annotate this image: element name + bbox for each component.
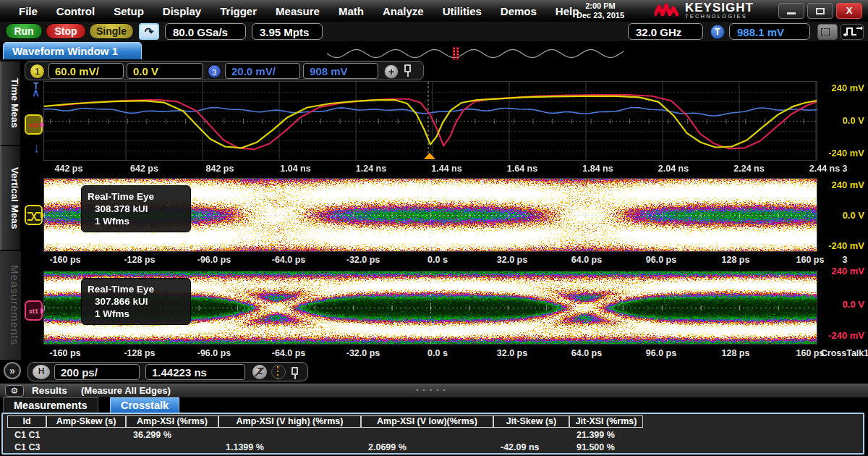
scope-trace-plot[interactable] <box>43 81 817 161</box>
eye1-ymax: 240 mV <box>820 180 864 190</box>
table-cell[interactable]: C1 C3 <box>7 442 46 454</box>
x-tick-label: 1.44 ns <box>431 164 461 174</box>
channel-3-badge[interactable]: 3 <box>208 64 221 78</box>
top-plot-ymin: -240 mV <box>820 148 864 159</box>
autoscale-icon[interactable] <box>841 24 864 40</box>
x-tick-label: 2.24 ns <box>733 164 764 174</box>
x-tick-label: -32.0 ps <box>346 255 380 265</box>
memory-depth-field[interactable]: 3.95 Mpts <box>252 23 323 40</box>
x-tick-label: 32.0 ps <box>497 348 527 358</box>
channel-3-offset-field[interactable]: 908 mV <box>303 63 378 79</box>
horizontal-badge[interactable]: H <box>33 365 50 379</box>
x-tick-label: 442 ps <box>55 164 83 174</box>
clock: 2:00 PM Dec 23, 2015 <box>561 1 640 20</box>
table-cell[interactable]: 1.1399 % <box>218 442 361 454</box>
table-cell[interactable]: 91.500 % <box>569 442 643 454</box>
x-tick-label: 160 ps <box>796 348 825 358</box>
clock-date: Dec 23, 2015 <box>561 11 640 20</box>
timebase-scale-field[interactable]: 200 ps/ <box>54 364 140 380</box>
sample-rate-field[interactable]: 80.0 GSa/s <box>165 23 246 40</box>
tab-crosstalk[interactable]: Crosstalk <box>110 397 179 413</box>
eye2-x-axis: -160 ps-128 ps-96.0 ps-64.0 ps-32.0 ps0.… <box>0 348 868 363</box>
table-cell[interactable]: C1 C1 <box>7 430 46 442</box>
x-tick-label: -160 ps <box>49 255 80 265</box>
table-header-6: Jit-XSI (%rms) <box>569 415 643 428</box>
tab-waveform-window-1[interactable]: Waveform Window 1 <box>3 42 142 59</box>
top-plot-ymax: 240 mV <box>820 83 864 93</box>
table-cell[interactable]: 36.299 % <box>126 430 218 442</box>
acquisition-toolbar: Run Stop Single ↷ 80.0 GSa/s 3.95 Mpts 3… <box>0 22 868 41</box>
eye1-ymin: -240 mV <box>820 240 864 251</box>
x-tick-label: 96.0 ps <box>646 255 676 265</box>
channel-1-offset-field[interactable]: 0.0 V <box>127 63 203 79</box>
x-tick-label: -96.0 ps <box>197 255 231 265</box>
menu-item-file[interactable]: File <box>19 5 38 17</box>
stop-button[interactable]: Stop <box>46 23 86 39</box>
trigger-position-marker[interactable] <box>424 153 435 159</box>
close-icon: X <box>846 5 853 16</box>
menu-item-control[interactable]: Control <box>56 5 95 17</box>
table-cell[interactable]: -42.09 ns <box>493 442 569 454</box>
results-subtitle: (Measure All Edges) <box>81 385 171 396</box>
top-plot-ymid: 0.0 V <box>820 115 864 126</box>
x-tick-label: 1.84 ns <box>582 164 613 174</box>
brand-text: KEYSIGHT TECHNOLOGIES <box>685 2 754 20</box>
x-tick-label: -160 ps <box>49 348 80 358</box>
menu-item-math[interactable]: Math <box>339 5 364 17</box>
display-grid-icon[interactable] <box>817 24 838 40</box>
menu-item-utilities[interactable]: Utilities <box>443 5 482 17</box>
maximize-icon <box>816 8 825 14</box>
title-bar: FileControlSetupDisplayTriggerMeasureMat… <box>0 0 868 22</box>
keysight-spark-icon <box>655 3 679 19</box>
table-header-0: Id <box>7 415 46 428</box>
x-tick-label: -32.0 ps <box>346 348 380 358</box>
close-button[interactable]: X <box>836 3 862 19</box>
menu-item-analyze[interactable]: Analyze <box>383 5 424 17</box>
trigger-chevron-icon: ∧ <box>32 86 40 99</box>
eye2-readout: Real-Time Eye 307.866 kUI 1 Wfms <box>81 278 191 325</box>
menu-item-display[interactable]: Display <box>163 5 201 17</box>
channel-3-scale-field[interactable]: 20.0 mV/ <box>225 63 300 79</box>
sidebar-expand-button[interactable]: » <box>4 362 21 379</box>
dotted-grid-icon[interactable] <box>271 365 286 379</box>
eye1-x-axis: -160 ps-128 ps-96.0 ps-64.0 ps-32.0 ps0.… <box>0 255 868 269</box>
x-tick-label: 1.04 ns <box>280 164 310 174</box>
menu-item-trigger[interactable]: Trigger <box>220 5 257 17</box>
menu-item-demos[interactable]: Demos <box>501 5 537 17</box>
bandwidth-field[interactable]: 32.0 GHz <box>628 23 703 40</box>
zoom-disabled-icon[interactable]: Z <box>252 365 267 379</box>
channel-controls: 1 60.0 mV/ 0.0 V 3 20.0 mV/ 908 mV + <box>25 61 424 80</box>
gear-icon[interactable]: ⚙ <box>5 385 24 397</box>
scope-trace-canvas[interactable] <box>44 82 817 160</box>
pin-icon[interactable] <box>292 367 298 375</box>
waveform-preview[interactable] <box>327 46 624 62</box>
table-header-1: Amp-Skew (s) <box>46 415 126 428</box>
tab-measurements[interactable]: Measurements <box>3 397 98 413</box>
menu-item-measure[interactable]: Measure <box>276 5 320 17</box>
results-drag-handle[interactable]: ····· <box>416 384 450 395</box>
table-header-4: Amp-XSI (V low)(%rms) <box>361 415 493 428</box>
x-tick-label: 160 ps <box>796 255 825 265</box>
table-cell[interactable]: 2.0699 % <box>361 442 493 454</box>
run-button[interactable]: Run <box>5 23 43 39</box>
trigger-level-field[interactable]: 988.1 mV <box>729 23 810 40</box>
sidebar-tab-vertical-meas[interactable]: Vertical Meas <box>0 145 21 250</box>
pin-icon[interactable] <box>404 64 411 72</box>
touch-icon[interactable]: ↷ <box>139 23 159 40</box>
channel-1-badge[interactable]: 1 <box>30 64 45 79</box>
menu-item-setup[interactable]: Setup <box>114 5 144 17</box>
x-tick-label: 64.0 ps <box>571 255 602 265</box>
timebase-position-field[interactable]: 1.44223 ns <box>145 364 245 380</box>
channel-1-scale-field[interactable]: 60.0 mV/ <box>48 63 124 79</box>
add-channel-button[interactable]: + <box>384 64 399 79</box>
minimize-button[interactable] <box>778 3 804 19</box>
eye1-readout: Real-Time Eye 308.378 kUI 1 Wfms <box>81 185 191 232</box>
single-button[interactable]: Single <box>89 23 134 39</box>
table-cell[interactable]: 21.399 % <box>569 430 643 442</box>
maximize-button[interactable] <box>807 3 833 19</box>
trigger-badge[interactable]: T <box>710 25 725 39</box>
eye-glyph-icon <box>27 211 41 221</box>
x-tick-label: 128 ps <box>722 255 750 265</box>
sidebar-tab-time-meas[interactable]: Time Meas <box>0 61 21 145</box>
eye2-ymid: 0.0 V <box>820 299 864 310</box>
